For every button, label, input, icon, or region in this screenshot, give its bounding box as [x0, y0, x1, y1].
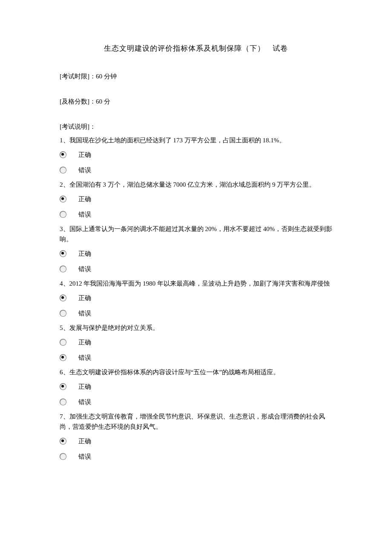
option-label: 错误	[78, 353, 91, 363]
option-false[interactable]: 错误	[60, 306, 332, 320]
radio-icon[interactable]	[60, 211, 66, 218]
question-text: 6、生态文明建设评价指标体系的内容设计应与“五位一体”的战略布局相适应。	[60, 367, 332, 377]
option-true[interactable]: 正确	[60, 192, 332, 206]
radio-icon[interactable]	[60, 310, 66, 317]
exam-desc: [考试说明]：	[60, 121, 332, 132]
radio-icon[interactable]	[60, 295, 66, 301]
radio-icon[interactable]	[60, 167, 66, 173]
option-true[interactable]: 正确	[60, 380, 332, 393]
pass-score: [及格分数]：60 分	[60, 96, 332, 107]
option-false[interactable]: 错误	[60, 450, 332, 463]
option-false[interactable]: 错误	[60, 262, 332, 276]
option-label: 正确	[78, 436, 91, 446]
option-false[interactable]: 错误	[60, 395, 332, 409]
question-text: 5、发展与保护是绝对的对立关系。	[60, 323, 332, 333]
option-true[interactable]: 正确	[60, 148, 332, 162]
option-label: 正确	[78, 194, 91, 204]
option-true[interactable]: 正确	[60, 335, 332, 349]
question-text: 7、加强生态文明宣传教育，增强全民节约意识、环保意识、生态意识，形成合理消费的社…	[60, 411, 332, 432]
radio-icon[interactable]	[60, 266, 66, 272]
question-text: 1、我国现在沙化土地的面积已经达到了 173 万平方公里，占国土面积的 18.1…	[60, 135, 332, 145]
radio-icon[interactable]	[60, 339, 66, 346]
option-false[interactable]: 错误	[60, 351, 332, 364]
option-label: 错误	[78, 209, 91, 220]
option-label: 错误	[78, 451, 91, 462]
option-label: 正确	[78, 249, 91, 259]
option-label: 错误	[78, 165, 91, 175]
option-false[interactable]: 错误	[60, 163, 332, 177]
exam-time: [考试时限]：60 分钟	[60, 71, 332, 81]
option-label: 错误	[78, 264, 91, 274]
question-text: 4、2012 年我国沿海海平面为 1980 年以来最高峰，呈波动上升趋势，加剧了…	[60, 278, 332, 289]
option-true[interactable]: 正确	[60, 291, 332, 305]
option-label: 正确	[78, 382, 91, 392]
radio-icon[interactable]	[60, 438, 66, 445]
radio-icon[interactable]	[60, 399, 66, 405]
radio-icon[interactable]	[60, 250, 66, 257]
option-true[interactable]: 正确	[60, 247, 332, 260]
option-label: 正确	[78, 293, 91, 303]
option-true[interactable]: 正确	[60, 434, 332, 448]
option-label: 正确	[78, 337, 91, 347]
radio-icon[interactable]	[60, 453, 66, 460]
radio-icon[interactable]	[60, 196, 66, 202]
question-text: 2、全国湖泊有 3 万个，湖泊总储水量达 7000 亿立方米，湖泊水域总面积约 …	[60, 179, 332, 190]
radio-icon[interactable]	[60, 151, 66, 158]
question-text: 3、国际上通常认为一条河的调水不能超过其水量的 20%，用水不要超过 40%，否…	[60, 224, 332, 244]
option-label: 正确	[78, 150, 91, 160]
option-label: 错误	[78, 397, 91, 407]
option-false[interactable]: 错误	[60, 208, 332, 221]
option-label: 错误	[78, 308, 91, 318]
page-title: 生态文明建设的评价指标体系及机制保障（下） 试卷	[60, 43, 332, 54]
radio-icon[interactable]	[60, 354, 66, 361]
radio-icon[interactable]	[60, 383, 66, 390]
